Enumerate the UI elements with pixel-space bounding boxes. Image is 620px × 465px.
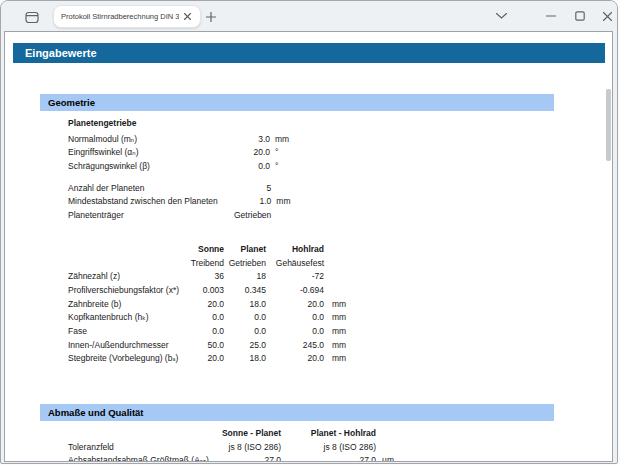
param-label: Anzahl der Planeten <box>68 181 234 195</box>
cell-planet: 18 <box>224 269 266 283</box>
cell-hohlrad: 245.0 <box>266 338 324 352</box>
row-label: Innen-/Außendurchmesser <box>68 338 186 352</box>
param-value: Getrieben <box>234 208 271 222</box>
param-unit: ° <box>270 159 289 173</box>
cell-unit: mm <box>324 324 346 338</box>
plus-icon <box>206 12 216 22</box>
param-unit: mm <box>271 194 290 208</box>
table-header-row: Sonne Planet Hohlrad <box>68 242 346 256</box>
cell-planet: 0.0 <box>224 324 266 338</box>
table-row: Mindestabstand zwischen den Planeten 1.0… <box>68 194 291 208</box>
column-header: Planet <box>224 242 266 256</box>
table-row: Achsabstandsabmaß Größtmaß (Aₐₑ) 27.0 27… <box>68 453 394 462</box>
cell-sonne-planet: js 8 (ISO 286) <box>218 440 281 454</box>
cell-hohlrad: -72 <box>266 269 324 283</box>
table-row: Anzahl der Planeten 5 <box>68 181 291 195</box>
tab-strip: Protokoll Stirnradberechnung DIN 3 <box>1 1 617 31</box>
column-header: Hohlrad <box>266 242 324 256</box>
cell-sonne-planet: 27.0 <box>218 453 281 462</box>
row-label: Kopfkantenbruch (hₖ) <box>68 310 186 324</box>
column-header: Sonne - Planet <box>218 426 281 440</box>
table-header-row: Sonne - Planet Planet - Hohlrad <box>68 426 394 440</box>
window-menu-button[interactable] <box>490 6 512 26</box>
row-label: Zahnbreite (b) <box>68 297 186 311</box>
param-value: 3.0 <box>234 132 270 146</box>
param-unit <box>271 208 290 222</box>
row-label: Fase <box>68 324 186 338</box>
chevron-down-icon <box>496 13 507 19</box>
param-label: Mindestabstand zwischen den Planeten <box>68 194 234 208</box>
param-unit <box>271 181 290 195</box>
cell-sonne: 0.003 <box>186 283 224 297</box>
tab-close-icon[interactable] <box>181 11 193 23</box>
row-label: Stegbreite (Vorbelegung) (bₛ) <box>68 352 186 366</box>
document-viewport: Eingabewerte Geometrie Planetengetriebe … <box>4 31 613 462</box>
column-subheader: Gehäusefest <box>266 256 324 270</box>
param-value: 0.0 <box>234 159 270 173</box>
geometry-block: Planetengetriebe Normalmodul (mₙ) 3.0 mm… <box>68 117 291 222</box>
row-label: Zähnezahl (z) <box>68 269 186 283</box>
param-label: Normalmodul (mₙ) <box>68 132 234 146</box>
cell-sonne: 36 <box>186 269 224 283</box>
cell-planet-hohlrad: 27.0 <box>281 453 376 462</box>
column-header: Sonne <box>186 242 224 256</box>
param-value: 20.0 <box>234 145 270 159</box>
table-row: Innen-/Außendurchmesser 50.0 25.0 245.0 … <box>68 338 346 352</box>
tab-title: Protokoll Stirnradberechnung DIN 3 <box>61 12 179 21</box>
column-subheader: Treibend <box>186 256 224 270</box>
cell-planet-hohlrad: js 8 (ISO 286) <box>281 440 376 454</box>
param-value: 1.0 <box>234 194 271 208</box>
table-row: Normalmodul (mₙ) 3.0 mm <box>68 132 289 146</box>
tab-actions-button[interactable] <box>22 8 42 26</box>
cell-unit: mm <box>324 297 346 311</box>
cell-unit <box>324 269 346 283</box>
table-row: Schrägungswinkel (β) 0.0 ° <box>68 159 289 173</box>
param-label: Planetenträger <box>68 208 234 222</box>
table-row: Stegbreite (Vorbelegung) (bₛ) 20.0 18.0 … <box>68 352 346 366</box>
cell-hohlrad: 0.0 <box>266 324 324 338</box>
cell-sonne: 0.0 <box>186 324 224 338</box>
new-tab-button[interactable] <box>202 8 220 26</box>
table-row: Zähnezahl (z) 36 18 -72 <box>68 269 346 283</box>
table-row: Kopfkantenbruch (hₖ) 0.0 0.0 0.0 mm <box>68 310 346 324</box>
basic-params-table: Normalmodul (mₙ) 3.0 mm Eingriffswinkel … <box>68 132 289 173</box>
maximize-icon <box>575 11 585 21</box>
column-subheader: Getrieben <box>224 256 266 270</box>
window-close-button[interactable] <box>594 1 618 31</box>
close-icon <box>603 12 612 21</box>
tab-actions-icon <box>25 11 39 24</box>
param-label: Schrägungswinkel (β) <box>68 159 234 173</box>
section-header-geometrie: Geometrie <box>40 94 554 111</box>
table-row: Toleranzfeld js 8 (ISO 286) js 8 (ISO 28… <box>68 440 394 454</box>
cell-planet: 18.0 <box>224 352 266 366</box>
cell-unit: mm <box>324 338 346 352</box>
cell-sonne: 20.0 <box>186 297 224 311</box>
maximize-button[interactable] <box>565 1 594 31</box>
cell-planet: 0.345 <box>224 283 266 297</box>
minimize-button[interactable] <box>536 1 565 31</box>
cell-hohlrad: 20.0 <box>266 297 324 311</box>
cell-planet: 0.0 <box>224 310 266 324</box>
table-subheader-row: Treibend Getrieben Gehäusefest <box>68 256 346 270</box>
cell-sonne: 20.0 <box>186 352 224 366</box>
section-header-abmasse: Abmaße und Qualität <box>40 404 554 421</box>
tolerance-table: Sonne - Planet Planet - Hohlrad Toleranz… <box>68 426 394 462</box>
cell-unit <box>324 283 346 297</box>
cell-planet: 25.0 <box>224 338 266 352</box>
vertical-scrollbar-thumb[interactable] <box>606 89 611 161</box>
param-value: 5 <box>234 181 271 195</box>
cell-hohlrad: 0.0 <box>266 310 324 324</box>
cell-planet: 18.0 <box>224 297 266 311</box>
row-label: Profilverschiebungsfaktor (x*) <box>68 283 186 297</box>
browser-tab[interactable]: Protokoll Stirnradberechnung DIN 3 <box>53 5 201 28</box>
param-label: Eingriffswinkel (αₙ) <box>68 145 234 159</box>
table-row: Fase 0.0 0.0 0.0 mm <box>68 324 346 338</box>
cell-unit <box>376 440 394 454</box>
cell-hohlrad: -0.694 <box>266 283 324 297</box>
table-row: Eingriffswinkel (αₙ) 20.0 ° <box>68 145 289 159</box>
page-title: Eingabewerte <box>13 43 605 63</box>
cell-unit: µm <box>376 453 394 462</box>
table-row: Profilverschiebungsfaktor (x*) 0.003 0.3… <box>68 283 346 297</box>
gear-data-table: Sonne Planet Hohlrad Treibend Getrieben … <box>68 242 346 365</box>
column-header: Planet - Hohlrad <box>281 426 376 440</box>
